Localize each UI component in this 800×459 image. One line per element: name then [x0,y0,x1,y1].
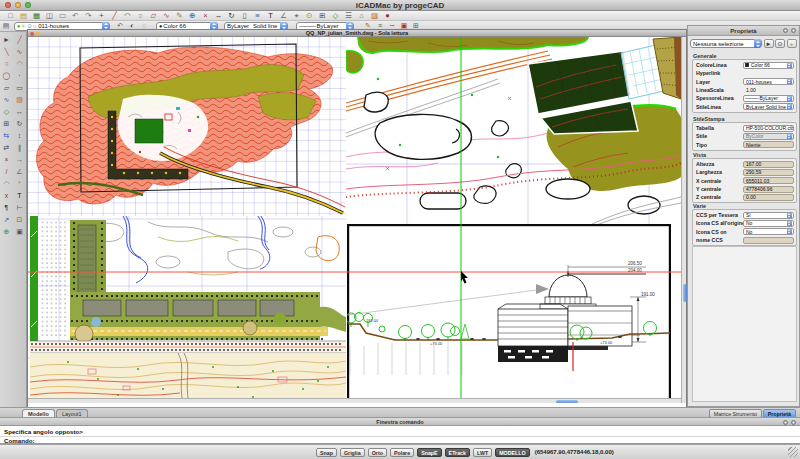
prop-row-stile: Stile ByColor [693,132,796,140]
palette-tool-ellipse[interactable]: ◯ [0,70,13,82]
toolbar-icon-save[interactable]: ▦ [30,11,43,20]
toolbar-icon-plot-preview[interactable]: ▭ [56,11,69,20]
status-toggle-modello[interactable]: MODELLO [495,448,529,457]
status-toggle-griglia[interactable]: Griglia [340,448,365,457]
toolbar-icon-layers[interactable]: ≡ [251,11,264,20]
toolbar-icon-center-mark[interactable]: ⌖ [290,11,303,20]
prop-row-layer: Layer 011-houses [693,78,796,86]
palette-tool-mirror[interactable]: ⇆ [0,130,13,142]
drawing-svg[interactable]: 206.50 204.00 191.00 [28,37,681,403]
toolbar-icon-hatch[interactable]: ▨ [368,11,381,20]
palette-tool-explode[interactable]: * [13,178,26,190]
panel-minimize-icon[interactable] [783,28,788,33]
toolbar-icon-table[interactable]: ⊞ [316,11,329,20]
command-close-icon[interactable] [791,420,796,425]
resize-grip[interactable] [788,447,798,457]
toolbar-icon-spline[interactable]: ∿ [160,11,173,20]
toolbar-icon-sketch[interactable]: ✎ [173,11,186,20]
palette-tool-trim[interactable]: × [0,154,13,166]
toolbar-icon-region[interactable]: ◇ [329,11,342,20]
drawing-window-titlebar[interactable]: QQ_NP_julian_Smith.dwg - Sola lettura [28,30,686,37]
toolbar-icon-rectangle[interactable]: ▯ [238,11,251,20]
toolbar-icon-donut[interactable]: ⊙ [303,11,316,20]
toolbar-icon-move[interactable]: ↔ [212,11,225,20]
layers-manager-icon[interactable]: ▤ [0,22,12,30]
model-space-canvas[interactable]: 206.50 204.00 191.00 [28,37,681,403]
palette-tool-text[interactable]: T [13,190,26,202]
palette-tool-rotate[interactable]: ↻ [13,118,26,130]
doc-minimize-button[interactable] [36,32,40,36]
command-minimize-icon[interactable] [783,420,788,425]
palette-tool-region[interactable]: ◇ [0,106,13,118]
properties-panel-header[interactable]: Proprietà [688,26,799,36]
palette-tool-move[interactable]: ↔ [13,106,26,118]
palette-tool-stretch[interactable]: ⇄ [0,142,13,154]
horizontal-scrollbar[interactable] [28,398,681,403]
status-toggle-lwt[interactable]: LWT [473,448,492,457]
panel-close-icon[interactable] [791,28,796,33]
palette-tool-dimension[interactable]: ⊢ [13,202,26,214]
toolbar-icon-point[interactable]: + [95,11,108,20]
toolbar-icon-redo[interactable]: ↷ [82,11,95,20]
palette-tool-construction-line[interactable]: ╲ [0,46,13,58]
status-toggle-snap[interactable]: Snap [316,448,337,457]
palette-tool-polyline[interactable]: ∿ [13,46,26,58]
toolbar-icon-new[interactable]: □ [4,11,17,20]
toolbar-icon-rotate[interactable]: ↻ [225,11,238,20]
command-prompt-input[interactable]: Comando: [4,437,35,444]
palette-tool-offset[interactable]: ∥ [13,142,26,154]
palette-tool-block[interactable]: ⊡ [13,214,26,226]
title-bar[interactable]: iCADMac by progeCAD [0,0,800,11]
viewport-topright-contours [346,37,681,226]
toolbar-icon-arc[interactable]: ◠ [121,11,134,20]
toolbar-icon-dimension-angular[interactable]: ∠ [277,11,290,20]
status-toggle-snape[interactable]: SnapE [417,448,441,457]
prop-row-lineascala: LineaScala 1.00 [693,86,796,94]
toolbar-icon-point-style[interactable]: ● [381,11,394,20]
prop-row-stilelinea: StileLinea ByLayer Solid line [693,102,796,110]
toolbar-icon-text[interactable]: T [264,11,277,20]
palette-tool-select[interactable]: ► [0,34,13,46]
toolbar-icon-line[interactable]: ╱ [108,11,121,20]
palette-tool-erase[interactable]: x [0,190,13,202]
doc-close-button[interactable] [30,32,34,36]
palette-tool-mtext[interactable]: ¶ [0,202,13,214]
selection-combo[interactable]: Nessuna selezione [690,39,762,48]
palette-tool-scale[interactable]: ↕ [13,130,26,142]
toolbar-icon-open[interactable]: ▤ [17,11,30,20]
palette-tool-fillet[interactable]: ◠ [0,178,13,190]
palette-tool-arc[interactable]: ◠ [13,58,26,70]
toolbar-icon-undo[interactable]: ↶ [69,11,82,20]
palette-tool-insert[interactable]: ⊕ [0,226,13,238]
status-toggle-orto[interactable]: Orto [368,448,387,457]
palette-tool-hatch[interactable]: ▨ [13,94,26,106]
properties-tool-quick-select[interactable]: ⊙ [775,39,785,48]
palette-tool-spline[interactable]: ∿ [0,94,13,106]
toolbar-icon-polygon[interactable]: ▱ [147,11,160,20]
vertical-scrollbar[interactable] [681,37,686,403]
status-toggle-polare[interactable]: Polare [390,448,414,457]
palette-tool-table[interactable]: ▣ [13,226,26,238]
command-window-header[interactable]: Finestra comando [0,417,800,426]
palette-tool-leader[interactable]: ↗ [0,214,13,226]
toolbar-icon-erase[interactable]: × [199,11,212,20]
palette-tool-line[interactable]: ╱ [13,34,26,46]
palette-tool-chamfer[interactable]: ∠ [13,166,26,178]
command-line-area[interactable]: Specifica angolo opposto> Comando: [0,426,800,444]
toolbar-icon-circle[interactable]: ○ [134,11,147,20]
palette-tool-point[interactable]: · [13,70,26,82]
toolbar-icon-insert-block[interactable]: ⊕ [186,11,199,20]
toolbar-icon-print[interactable]: ◫ [43,11,56,20]
palette-tool-rectangle[interactable]: ▭ [13,82,26,94]
palette-tool-copy[interactable]: ⊞ [0,118,13,130]
palette-tool-extend[interactable]: → [13,154,26,166]
properties-tool-pin-selection[interactable]: + [787,39,797,48]
toolbar-icon-home-view[interactable]: ⌂ [355,11,368,20]
palette-tool-circle[interactable]: ○ [0,58,13,70]
status-toggle-etrack[interactable]: ETrack [445,448,470,457]
palette-tool-polygon[interactable]: ▱ [0,82,13,94]
toolbar-icon-properties-list[interactable]: ☰ [342,11,355,20]
selection-combo-stepper[interactable] [754,39,761,48]
palette-tool-break[interactable]: / [0,166,13,178]
properties-tool-select-entities[interactable]: ► [764,39,774,48]
